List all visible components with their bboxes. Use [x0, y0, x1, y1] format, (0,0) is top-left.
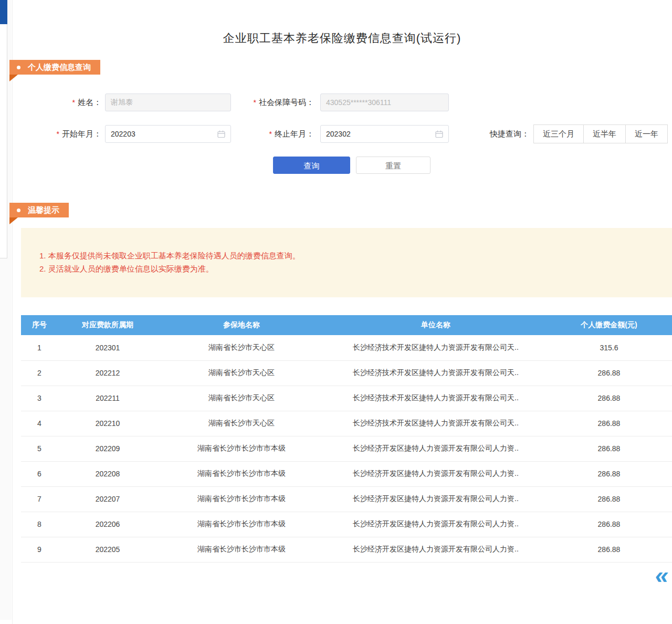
quick-1year-button[interactable]: 近一年 [625, 124, 668, 143]
ssn-field[interactable]: 430525******306111 [320, 93, 449, 111]
table-cell: 9 [21, 537, 58, 562]
sidebar-header-block [0, 0, 7, 24]
table-cell: 202212 [58, 360, 158, 386]
section-badge-personal-query: 个人缴费信息查询 [9, 60, 100, 75]
table-header-row: 序号 对应费款所属期 参保地名称 单位名称 个人缴费金额(元) [21, 315, 672, 335]
end-month-value: 202302 [326, 130, 432, 138]
section-badge-label: 温馨提示 [28, 205, 59, 215]
table-cell: 202205 [58, 537, 158, 562]
quick-query-label: 快捷查询： [490, 124, 529, 143]
table-row: 5202209湖南省长沙市长沙市市本级长沙经济开发区捷特人力资源开发有限公司人力… [21, 436, 672, 461]
payment-table: 序号 对应费款所属期 参保地名称 单位名称 个人缴费金额(元) 1202301湖… [21, 315, 672, 563]
table-cell: 286.88 [546, 411, 672, 436]
table-row: 3202211湖南省长沙市天心区长沙经济技术开发区捷特人力资源开发有限公司天..… [21, 386, 672, 411]
table-cell: 286.88 [546, 461, 672, 486]
table-cell: 202210 [58, 411, 158, 436]
table-cell: 湖南省长沙市天心区 [158, 411, 326, 436]
table-cell: 3 [21, 386, 58, 411]
table-cell: 湖南省长沙市长沙市市本级 [158, 461, 326, 486]
table-cell: 1 [21, 335, 58, 360]
ssn-label: *社会保障号码： [226, 93, 314, 111]
table-cell: 长沙经济技术开发区捷特人力资源开发有限公司天.. [326, 411, 546, 436]
collapsed-sidebar [0, 0, 7, 258]
table-cell: 湖南省长沙市长沙市市本级 [158, 537, 326, 562]
name-value: 谢旭泰 [111, 98, 225, 107]
table-cell: 长沙经济技术开发区捷特人力资源开发有限公司天.. [326, 386, 546, 411]
table-cell: 4 [21, 411, 58, 436]
table-cell: 2 [21, 360, 58, 386]
table-cell: 286.88 [546, 537, 672, 562]
table-cell: 长沙经济开发区捷特人力资源开发有限公司人力资.. [326, 512, 546, 537]
section-badge-label: 个人缴费信息查询 [28, 63, 91, 72]
required-mark: * [57, 130, 59, 138]
calendar-icon [435, 130, 443, 138]
table-cell: 长沙经济开发区捷特人力资源开发有限公司人力资.. [326, 436, 546, 461]
tips-notice-box: 1. 本服务仅提供尚未领取企业职工基本养老保险待遇人员的缴费信息查询。 2. 灵… [21, 228, 672, 297]
table-cell: 7 [21, 486, 58, 512]
start-month-field[interactable]: 202203 [105, 125, 231, 143]
calendar-icon [217, 130, 225, 138]
table-cell: 长沙经济技术开发区捷特人力资源开发有限公司天.. [326, 335, 546, 360]
search-button[interactable]: 查询 [273, 157, 350, 174]
table-cell: 8 [21, 512, 58, 537]
table-cell: 202208 [58, 461, 158, 486]
col-seq: 序号 [21, 315, 58, 335]
bullet-icon [17, 66, 20, 69]
ribbon-fold [9, 75, 18, 81]
table-row: 9202205湖南省长沙市长沙市市本级长沙经济开发区捷特人力资源开发有限公司人力… [21, 537, 672, 562]
name-field[interactable]: 谢旭泰 [105, 93, 231, 111]
table-row: 6202208湖南省长沙市长沙市市本级长沙经济开发区捷特人力资源开发有限公司人力… [21, 461, 672, 486]
required-mark: * [269, 130, 272, 138]
table-cell: 202301 [58, 335, 158, 360]
table-cell: 湖南省长沙市天心区 [158, 360, 326, 386]
col-amount: 个人缴费金额(元) [546, 315, 672, 335]
table-cell: 202209 [58, 436, 158, 461]
ribbon-fold [9, 217, 18, 224]
table-cell: 长沙经济技术开发区捷特人力资源开发有限公司天.. [326, 360, 546, 386]
required-mark: * [254, 98, 256, 107]
table-cell: 6 [21, 461, 58, 486]
col-period: 对应费款所属期 [58, 315, 158, 335]
table-cell: 202207 [58, 486, 158, 512]
start-month-value: 202203 [111, 130, 214, 138]
table-cell: 286.88 [546, 386, 672, 411]
table-cell: 202211 [58, 386, 158, 411]
table-row: 7202207湖南省长沙市长沙市市本级长沙经济开发区捷特人力资源开发有限公司人力… [21, 486, 672, 512]
start-month-label: *开始年月： [32, 125, 101, 143]
ssn-value: 430525******306111 [326, 98, 443, 107]
end-month-label: *终止年月： [226, 125, 314, 143]
table-cell: 315.6 [546, 335, 672, 360]
table-cell: 长沙经济开发区捷特人力资源开发有限公司人力资.. [326, 486, 546, 512]
tips-line: 2. 灵活就业人员的缴费单位信息以实际缴费为准。 [39, 262, 662, 275]
table-cell: 湖南省长沙市天心区 [158, 335, 326, 360]
section-badge-tips: 温馨提示 [9, 203, 69, 217]
table-cell: 286.88 [546, 436, 672, 461]
table-cell: 湖南省长沙市长沙市市本级 [158, 436, 326, 461]
table-cell: 202206 [58, 512, 158, 537]
table-row: 8202206湖南省长沙市长沙市市本级长沙经济开发区捷特人力资源开发有限公司人力… [21, 512, 672, 537]
reset-button[interactable]: 重置 [356, 157, 430, 174]
name-label: *姓名： [32, 93, 101, 111]
quick-3months-button[interactable]: 近三个月 [533, 124, 584, 143]
table-cell: 湖南省长沙市长沙市市本级 [158, 512, 326, 537]
quick-halfyear-button[interactable]: 近半年 [583, 124, 626, 143]
table-cell: 长沙经济开发区捷特人力资源开发有限公司人力资.. [326, 461, 546, 486]
table-cell: 286.88 [546, 512, 672, 537]
table-cell: 湖南省长沙市天心区 [158, 386, 326, 411]
page-title: 企业职工基本养老保险缴费信息查询(试运行) [12, 30, 672, 46]
col-employer: 单位名称 [326, 315, 546, 335]
table-cell: 286.88 [546, 360, 672, 386]
table-row: 1202301湖南省长沙市天心区长沙经济技术开发区捷特人力资源开发有限公司天..… [21, 335, 672, 360]
table-cell: 5 [21, 436, 58, 461]
end-month-field[interactable]: 202302 [320, 125, 449, 143]
table-row: 4202210湖南省长沙市天心区长沙经济技术开发区捷特人力资源开发有限公司天..… [21, 411, 672, 436]
bullet-icon [17, 209, 20, 212]
tips-line: 1. 本服务仅提供尚未领取企业职工基本养老保险待遇人员的缴费信息查询。 [39, 249, 662, 262]
required-mark: * [72, 98, 75, 107]
col-region: 参保地名称 [158, 315, 326, 335]
table-cell: 长沙经济开发区捷特人力资源开发有限公司人力资.. [326, 537, 546, 562]
quick-query-group: 近三个月 近半年 近一年 [533, 124, 668, 143]
table-row: 2202212湖南省长沙市天心区长沙经济技术开发区捷特人力资源开发有限公司天..… [21, 360, 672, 386]
table-cell: 286.88 [546, 486, 672, 512]
table-cell: 湖南省长沙市长沙市市本级 [158, 486, 326, 512]
